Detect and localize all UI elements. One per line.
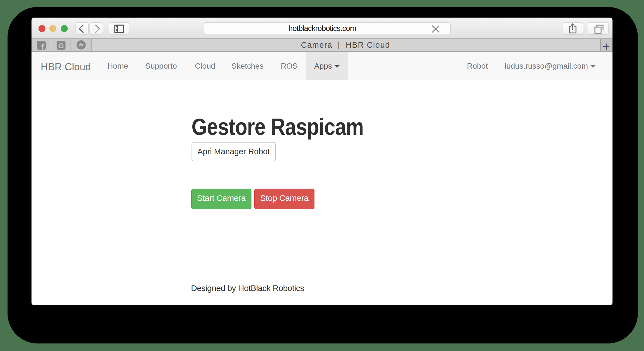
svg-text:f: f [41,42,45,51]
svg-text:G: G [58,42,64,50]
